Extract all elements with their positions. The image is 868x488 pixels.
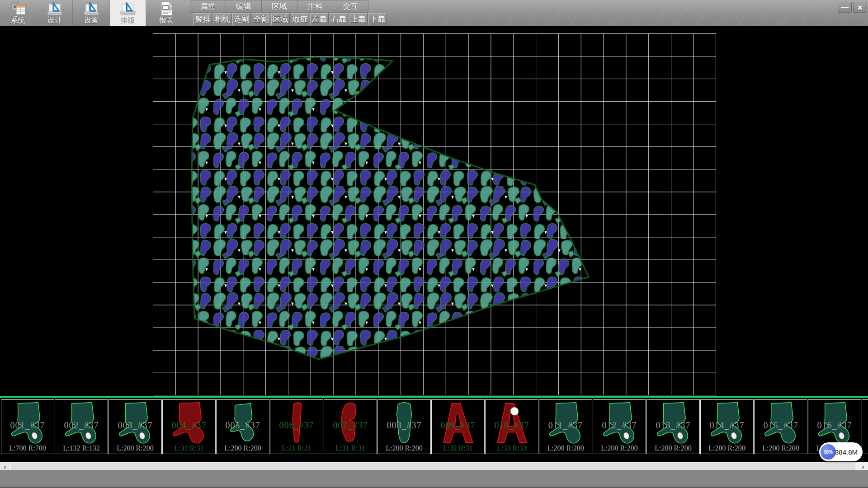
- application-window: 系统 设计 设置: [0, 0, 868, 488]
- horizontal-scrollbar[interactable]: ‹ ›: [0, 462, 868, 470]
- piece-id: 011_#37: [539, 420, 592, 431]
- close-button[interactable]: ×: [853, 2, 867, 13]
- piece-thumbnail[interactable]: 006_#37L:21 R:21: [270, 399, 323, 454]
- piece-id: 015_#37: [755, 420, 807, 431]
- piece-id: 007_#37: [324, 420, 377, 431]
- tool-bar: 聚排 相机 选割 全割 区域 瑕疵 左靠 右靠 上靠 下靠: [193, 13, 387, 25]
- piece-id: 002_#37: [55, 420, 108, 431]
- tab-nesting-label: 排版: [121, 16, 135, 24]
- scroll-left-arrow[interactable]: ‹: [0, 462, 10, 470]
- progress-indicator: 38%: [821, 444, 836, 460]
- tab-report[interactable]: 报表: [149, 0, 184, 26]
- piece-lr: L:200 R:200: [378, 444, 430, 452]
- piece-lr: L:32 R:31: [432, 444, 484, 452]
- tool-defect[interactable]: 瑕疵: [291, 13, 309, 25]
- settings-icon: [83, 1, 99, 16]
- piece-thumbnail-strip: 001_#37L:700 R:700 002_#37L:132 R:132 00…: [1, 399, 868, 454]
- piece-lr: L:200 R:200: [109, 444, 161, 452]
- menu-edit[interactable]: 编辑: [226, 0, 261, 13]
- tool-select-cut[interactable]: 选割: [232, 13, 251, 25]
- tool-cluster-nest[interactable]: 聚排: [193, 13, 212, 25]
- tab-nesting[interactable]: 排版: [110, 0, 146, 26]
- toolbar: 系统 设计 设置: [0, 0, 868, 26]
- piece-lr: L:132 R:132: [55, 444, 108, 452]
- piece-id: 003_#37: [109, 420, 161, 431]
- piece-id: 014_#37: [701, 420, 753, 431]
- menu-bar: 属性 编辑 区域 排料 交互: [190, 0, 368, 13]
- tab-report-label: 报表: [159, 16, 174, 24]
- piece-id: 013_#37: [647, 420, 699, 431]
- piece-thumbnail[interactable]: 009_#37L:32 R:31: [431, 399, 485, 454]
- memory-usage: 384.8M: [835, 442, 858, 461]
- piece-lr: L:200 R:200: [217, 444, 269, 452]
- strip-separator: [0, 396, 868, 398]
- piece-id: 001_#37: [1, 420, 54, 431]
- piece-thumbnail[interactable]: 004_#37L:31 R:31: [162, 399, 216, 454]
- piece-id: 012_#37: [593, 420, 646, 431]
- scroll-right-arrow[interactable]: ›: [858, 462, 868, 470]
- piece-thumbnail[interactable]: 005_#37L:200 R:200: [216, 399, 269, 454]
- tool-align-left[interactable]: 左靠: [310, 13, 329, 25]
- tab-design[interactable]: 设计: [37, 0, 73, 26]
- tab-settings-label: 设置: [84, 16, 99, 24]
- tool-camera[interactable]: 相机: [213, 13, 231, 25]
- tab-design-label: 设计: [47, 16, 62, 24]
- piece-thumbnail[interactable]: 014_#37L:200 R:200: [700, 399, 754, 454]
- tab-system-label: 系统: [11, 16, 25, 24]
- piece-lr: L:31 R:31: [163, 444, 215, 452]
- system-icon: [10, 1, 26, 16]
- piece-id: 017_#37: [862, 420, 868, 431]
- piece-id: 006_#37: [270, 420, 323, 431]
- tool-align-right[interactable]: 右靠: [330, 13, 348, 25]
- piece-lr: L:200 R:200: [755, 444, 807, 452]
- piece-thumbnail[interactable]: 017_#37L:200 R:200: [862, 399, 868, 454]
- report-icon: [158, 1, 175, 16]
- menu-nesting[interactable]: 排料: [297, 0, 333, 13]
- design-icon: [47, 1, 63, 16]
- tool-cut-all[interactable]: 全割: [252, 13, 270, 25]
- piece-lr: L:200 R:200: [862, 444, 868, 452]
- tool-align-top[interactable]: 上靠: [349, 13, 368, 25]
- piece-thumbnail[interactable]: 002_#37L:132 R:132: [55, 399, 108, 454]
- leather-hide-layout[interactable]: [0, 26, 868, 396]
- piece-thumbnail[interactable]: 003_#37L:200 R:200: [108, 399, 162, 454]
- piece-lr: L:700 R:700: [1, 444, 54, 452]
- tool-align-bottom[interactable]: 下靠: [368, 13, 387, 25]
- piece-id: 008_#37: [378, 420, 430, 431]
- minimize-button[interactable]: —: [838, 2, 852, 13]
- piece-thumbnail[interactable]: 007_#37L:31 R:31: [324, 399, 377, 454]
- piece-thumbnail[interactable]: 008_#37L:200 R:200: [377, 399, 431, 454]
- nesting-canvas[interactable]: [0, 26, 868, 396]
- piece-thumbnail[interactable]: 013_#37L:200 R:200: [646, 399, 700, 454]
- menu-region[interactable]: 区域: [261, 0, 297, 13]
- piece-lr: L:200 R:200: [593, 444, 646, 452]
- menu-properties[interactable]: 属性: [190, 0, 226, 13]
- piece-lr: L:31 R:31: [324, 444, 377, 452]
- piece-id: 004_#37: [163, 420, 215, 431]
- piece-thumbnail[interactable]: 010_#37L:33 R:33: [485, 399, 538, 454]
- scrollbar-thumb[interactable]: [11, 463, 855, 470]
- piece-lr: L:200 R:200: [701, 444, 753, 452]
- piece-id: 005_#37: [217, 420, 269, 431]
- nesting-icon: [120, 1, 136, 16]
- piece-lr: L:33 R:33: [486, 444, 538, 452]
- tab-settings[interactable]: 设置: [73, 0, 109, 26]
- window-bottom-edge: [0, 470, 868, 488]
- piece-id: 016_#37: [808, 420, 861, 431]
- piece-thumbnail[interactable]: 001_#37L:700 R:700: [1, 399, 54, 454]
- piece-id: 010_#37: [486, 420, 538, 431]
- piece-lr: L:200 R:200: [539, 444, 592, 452]
- tool-region[interactable]: 区域: [271, 13, 290, 25]
- piece-thumbnail[interactable]: 015_#37L:200 R:200: [754, 399, 807, 454]
- piece-lr: L:200 R:200: [647, 444, 699, 452]
- menu-interaction[interactable]: 交互: [333, 0, 368, 13]
- tab-system[interactable]: 系统: [0, 0, 36, 26]
- piece-thumbnail[interactable]: 011_#37L:200 R:200: [539, 399, 592, 454]
- piece-lr: L:21 R:21: [270, 444, 323, 452]
- piece-thumbnail[interactable]: 012_#37L:200 R:200: [593, 399, 646, 454]
- hide-outline[interactable]: [192, 57, 589, 359]
- status-badge: 38% 384.8M: [819, 442, 863, 461]
- piece-id: 009_#37: [432, 420, 484, 431]
